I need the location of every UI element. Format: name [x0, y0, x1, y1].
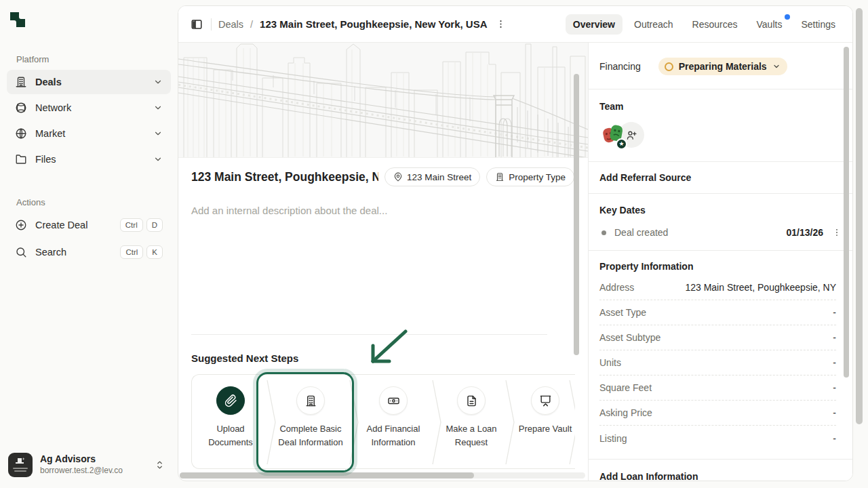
chevron-down-icon	[153, 155, 163, 164]
step-label: Add Financial Information	[359, 422, 427, 449]
sidebar-item-market[interactable]: Market	[7, 121, 171, 146]
step-upload-documents[interactable]: Upload Documents	[192, 375, 269, 468]
globe-icon	[15, 127, 27, 140]
deal-page-card: Deals / 123 Main Street, Poughkeepsie, N…	[178, 5, 853, 481]
key-date-label: Deal created	[614, 227, 668, 238]
sidebar-item-network[interactable]: Network	[7, 96, 171, 120]
team-section: Team ★	[589, 89, 852, 162]
create-deal-label: Create Deal	[35, 220, 87, 230]
building-icon	[15, 76, 27, 88]
sidebar-item-label: Market	[35, 128, 65, 139]
referral-section[interactable]: Add Referral Source	[589, 162, 852, 194]
window-scrollbar[interactable]	[856, 8, 863, 424]
financing-label: Financing	[599, 61, 641, 72]
financing-status-dropdown[interactable]: Preparing Materials	[658, 58, 787, 75]
add-loan-information-heading: Add Loan Information	[599, 471, 825, 481]
description-input[interactable]: Add an internal description about the de…	[191, 205, 574, 216]
step-complete-basic-deal-info[interactable]: Complete Basic Deal Information	[269, 375, 352, 468]
property-info-section: Property Information Address 123 Main St…	[589, 251, 852, 460]
tab-resources[interactable]: Resources	[685, 14, 745, 35]
address-tag[interactable]: 123 Main Street	[384, 167, 480, 186]
chevron-down-icon	[153, 103, 163, 113]
step-label: Make a Loan Request	[437, 422, 505, 449]
step-label: Complete Basic Deal Information	[277, 422, 344, 449]
deal-content: 123 Main Street, Poughkeepsie, New York,…	[178, 158, 588, 481]
user-email: borrower.test.2@lev.co	[40, 465, 123, 476]
key-date-row: Deal created 01/13/26	[599, 227, 842, 238]
property-row-address: Address 123 Main Street, Poughkeepsie, N…	[599, 275, 836, 300]
step-prepare-vault[interactable]: Prepare Vault	[508, 375, 575, 468]
address-tag-label: 123 Main Street	[407, 172, 471, 182]
vaults-notification-dot	[785, 14, 790, 20]
chevron-down-icon	[153, 129, 163, 138]
kbd-key: Ctrl	[120, 218, 143, 232]
key-date-value: 01/13/26	[787, 227, 824, 238]
property-row-units: Units -	[599, 350, 836, 375]
header-divider	[211, 18, 212, 30]
kbd-key: K	[146, 245, 163, 259]
step-label: Upload Documents	[197, 422, 264, 449]
sidebar-item-label: Files	[35, 154, 56, 165]
tab-settings[interactable]: Settings	[793, 14, 843, 35]
deal-cover-illustration	[178, 43, 588, 158]
sidebar-toggle-icon[interactable]	[189, 17, 204, 32]
team-heading: Team	[599, 101, 825, 112]
create-deal-button[interactable]: Create Deal Ctrl D	[7, 213, 171, 237]
platform-section-label: Platform	[16, 54, 178, 64]
financing-status-text: Preparing Materials	[679, 61, 767, 72]
user-avatar	[8, 453, 33, 477]
paperclip-icon	[216, 386, 245, 415]
plus-circle-icon	[15, 219, 27, 231]
sidebar-item-files[interactable]: Files	[7, 147, 171, 171]
user-account-switcher[interactable]: Ag Advisors borrower.test.2@lev.co	[7, 449, 171, 481]
section-divider	[191, 334, 547, 335]
property-row-asking-price: Asking Price -	[599, 401, 836, 426]
property-row-asset-type: Asset Type -	[599, 300, 836, 325]
property-row-asset-subtype: Asset Subtype -	[599, 325, 836, 350]
tab-overview[interactable]: Overview	[566, 14, 623, 35]
map-pin-icon	[393, 172, 403, 182]
status-ring-icon	[665, 62, 673, 71]
sidebar: Platform Deals Network Market Files	[0, 0, 178, 488]
property-type-tag-label: Property Type	[509, 172, 566, 182]
breadcrumb-deals[interactable]: Deals	[218, 19, 243, 30]
property-info-heading: Property Information	[599, 261, 836, 272]
search-label: Search	[35, 247, 66, 258]
financing-section: Financing Preparing Materials	[589, 43, 852, 89]
key-date-kebab-icon[interactable]	[832, 228, 842, 237]
tab-vaults[interactable]: Vaults	[749, 14, 790, 35]
breadcrumb-current-deal: 123 Main Street, Poughkeepsie, New York,…	[260, 18, 487, 30]
step-make-loan-request[interactable]: Make a Loan Request	[435, 375, 508, 468]
main-horizontal-scrollbar-thumb[interactable]	[180, 472, 474, 479]
search-button[interactable]: Search Ctrl K	[7, 240, 171, 264]
file-text-icon	[457, 386, 486, 415]
property-type-tag[interactable]: Property Type	[486, 167, 574, 186]
sidebar-item-deals[interactable]: Deals	[7, 70, 171, 94]
kbd-key: Ctrl	[120, 245, 143, 259]
main-horizontal-scrollbar-track[interactable]	[180, 472, 585, 479]
sidebar-item-label: Network	[35, 102, 71, 113]
loan-info-section[interactable]: Add Loan Information	[589, 460, 852, 481]
team-member-avatar[interactable]: ★	[599, 122, 625, 148]
building-icon	[296, 386, 325, 415]
breadcrumb-separator: /	[250, 19, 253, 30]
property-row-square-feet: Square Feet -	[599, 375, 836, 401]
panel-vertical-scrollbar[interactable]	[844, 47, 849, 378]
chevrons-up-down-icon	[155, 460, 164, 470]
property-row-listing: Listing -	[599, 426, 836, 451]
tab-outreach[interactable]: Outreach	[627, 14, 681, 35]
deal-header: Deals / 123 Main Street, Poughkeepsie, N…	[178, 6, 852, 43]
step-label: Prepare Vault	[511, 422, 575, 436]
next-steps-heading: Suggested Next Steps	[191, 352, 574, 364]
next-steps-strip: Upload Documents Complete Basic Deal Inf…	[191, 374, 575, 469]
step-add-financial-info[interactable]: Add Financial Information	[352, 375, 435, 468]
presentation-icon	[531, 386, 559, 415]
deal-menu-kebab-icon[interactable]	[494, 18, 507, 30]
key-dates-heading: Key Dates	[599, 205, 842, 216]
team-role-star-badge: ★	[616, 138, 627, 150]
network-icon	[15, 102, 27, 114]
deal-title: 123 Main Street, Poughkeepsie, New York,…	[191, 170, 378, 184]
app-logo-icon[interactable]	[8, 11, 178, 30]
actions-section-label: Actions	[16, 197, 178, 207]
main-vertical-scrollbar[interactable]	[574, 74, 579, 355]
